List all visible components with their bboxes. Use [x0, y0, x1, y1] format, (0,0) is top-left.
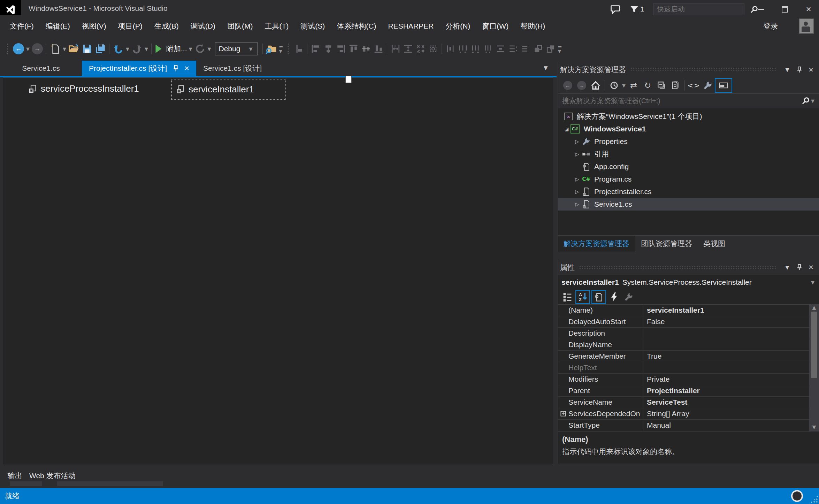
tab-solution-explorer[interactable]: 解决方案资源管理器 [558, 236, 635, 252]
tab-service1-cs[interactable]: Service1.cs [0, 61, 82, 76]
save-all-button[interactable] [94, 42, 106, 56]
tab-projectinstaller-designer[interactable]: ProjectInstaller.cs [设计] × [82, 61, 196, 76]
avatar[interactable] [799, 18, 814, 34]
auto-hide-pin-icon[interactable] [793, 66, 805, 73]
property-row[interactable]: ModifiersPrivate [558, 374, 819, 385]
make-same-width-icon[interactable]: ✶ [390, 43, 401, 55]
tab-class-view[interactable]: 类视图 [698, 236, 731, 252]
properties-view-icon[interactable] [591, 290, 606, 304]
sign-in-button[interactable]: 登录 [763, 21, 778, 31]
navigate-forward-button[interactable]: → [31, 42, 43, 56]
align-rights-icon[interactable] [335, 43, 347, 55]
solution-explorer-header[interactable]: 解决方案资源管理器 ▼ × [558, 62, 819, 77]
se-forward-icon[interactable]: → [575, 79, 589, 92]
quick-launch-box[interactable] [653, 3, 744, 15]
menu-window[interactable]: 窗口(W) [482, 21, 508, 31]
redo-dropdown[interactable]: ▼ [145, 46, 148, 52]
new-file-dropdown[interactable]: ▼ [63, 46, 66, 52]
solution-configuration-combo[interactable]: Debug ▼ [215, 42, 258, 55]
property-grid-scrollbar[interactable]: ▲ ▼ [809, 305, 819, 431]
feedback-status-icon[interactable] [791, 490, 803, 502]
menu-architecture[interactable]: 体系结构(C) [337, 21, 376, 31]
make-horizontal-spacing-equal-icon[interactable] [444, 43, 456, 55]
se-search-dropdown[interactable]: ▼ [811, 98, 814, 104]
hot-reload-button[interactable] [194, 42, 206, 56]
se-preview-selected-icon[interactable] [715, 78, 732, 93]
se-show-all-files-icon[interactable] [668, 79, 682, 92]
categorized-icon[interactable] [561, 291, 574, 303]
increase-vertical-spacing-icon[interactable] [507, 43, 519, 55]
expander-expanded-icon[interactable]: ◢ [563, 126, 571, 132]
menu-help[interactable]: 帮助(H) [520, 21, 545, 31]
start-debug-button[interactable]: 附加... [154, 42, 187, 56]
menu-team[interactable]: 团队(M) [227, 21, 253, 31]
make-same-size-icon[interactable] [415, 43, 427, 55]
property-row[interactable]: ServicesDependedOnString[] Array [558, 408, 819, 420]
make-same-height-icon[interactable] [402, 43, 414, 55]
save-button[interactable] [81, 42, 93, 56]
minimize-button[interactable] [753, 3, 769, 15]
property-row[interactable]: DelayedAutoStartFalse [558, 316, 819, 328]
tree-item-projectinstallercs[interactable]: ▷ ProjectInstaller.cs [558, 185, 819, 198]
start-debug-dropdown[interactable]: ▼ [189, 46, 192, 52]
window-position-dropdown[interactable]: ▼ [781, 67, 793, 72]
menu-file[interactable]: 文件(F) [10, 21, 34, 31]
designer-surface[interactable]: serviceProcessInstaller1 serviceInstalle… [3, 77, 553, 465]
object-selector-combo[interactable]: serviceInstaller1 System.ServiceProcess.… [558, 275, 819, 290]
tree-solution-node[interactable]: ∞ 解决方案“WindowsService1”(1 个项目) [558, 110, 819, 123]
bring-to-front-icon[interactable] [532, 43, 544, 55]
layout-toolbar-overflow[interactable]: ▬▼ [558, 44, 562, 54]
tab-web-publish-activity[interactable]: Web 发布活动 [29, 471, 76, 481]
tree-item-references[interactable]: ▷ 引用 [558, 148, 819, 160]
se-search-icon[interactable] [802, 97, 810, 105]
se-refresh-icon[interactable]: ↻ [641, 79, 655, 92]
alphabetical-sort-icon[interactable]: AZ [575, 290, 590, 304]
property-row[interactable]: StartTypeManual [558, 420, 819, 431]
expander-collapsed-icon[interactable]: ▷ [573, 176, 581, 182]
close-panel-icon[interactable]: × [805, 262, 817, 272]
quick-launch-input[interactable] [656, 5, 750, 14]
redo-button[interactable] [131, 42, 143, 56]
property-row[interactable]: GenerateMemberTrue [558, 351, 819, 362]
menu-tools[interactable]: 工具(T) [265, 21, 289, 31]
tab-team-explorer[interactable]: 团队资源管理器 [635, 236, 698, 252]
align-lefts-icon[interactable] [310, 43, 322, 55]
property-row[interactable]: HelpText [558, 362, 819, 374]
se-view-code-icon[interactable]: <> [687, 79, 701, 92]
remove-vertical-spacing-icon[interactable] [520, 43, 531, 55]
scrollbar-thumb[interactable] [811, 312, 817, 378]
tree-item-properties[interactable]: ▷ Properties [558, 135, 819, 148]
se-home-icon[interactable] [589, 79, 603, 92]
menu-debug[interactable]: 调试(D) [191, 21, 215, 31]
property-row[interactable]: ParentProjectInstaller [558, 385, 819, 397]
layout-toolbar-grip[interactable] [287, 43, 290, 55]
close-button[interactable]: × [801, 3, 816, 15]
tree-item-appconfig[interactable]: App.config [558, 160, 819, 173]
menu-edit[interactable]: 编辑(E) [46, 21, 70, 31]
component-serviceinstaller-selected[interactable]: serviceInstaller1 [171, 79, 286, 100]
scroll-down-icon[interactable]: ▼ [812, 424, 816, 430]
tab-service1-designer[interactable]: Service1.cs [设计] [196, 61, 269, 76]
expander-collapsed-icon[interactable]: ▷ [573, 151, 581, 157]
navigate-back-button[interactable]: ← [13, 42, 24, 56]
align-bottoms-icon[interactable] [373, 43, 384, 55]
events-icon[interactable] [607, 291, 621, 303]
property-row[interactable]: (Name)serviceInstaller1 [558, 305, 819, 316]
decrease-horizontal-spacing-icon[interactable] [469, 43, 481, 55]
find-in-files-button[interactable] [266, 42, 277, 56]
property-pages-icon[interactable] [622, 291, 635, 303]
size-to-grid-icon[interactable] [427, 43, 439, 55]
tree-item-programcs[interactable]: ▷ C# Program.cs [558, 173, 819, 185]
menu-build[interactable]: 生成(B) [154, 21, 179, 31]
pin-icon[interactable] [173, 65, 179, 72]
send-to-back-icon[interactable] [545, 43, 557, 55]
solution-explorer-search[interactable]: ▼ [558, 93, 819, 108]
close-panel-icon[interactable]: × [805, 65, 817, 75]
se-back-icon[interactable]: ← [561, 79, 575, 92]
menu-view[interactable]: 视图(V) [82, 21, 106, 31]
tab-output[interactable]: 输出 [8, 471, 22, 481]
toolbar-grip[interactable] [6, 43, 9, 55]
close-tab-icon[interactable]: × [184, 63, 189, 73]
menu-test[interactable]: 测试(S) [300, 21, 325, 31]
property-row[interactable]: ServiceNameServiceTest [558, 397, 819, 408]
